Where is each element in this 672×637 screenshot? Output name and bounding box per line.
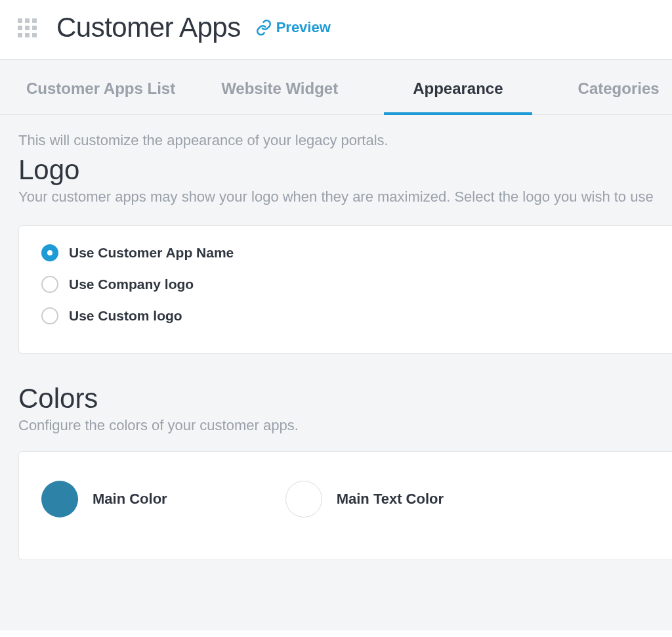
preview-link-label: Preview	[276, 19, 331, 36]
link-icon	[255, 19, 272, 36]
main-text-color-swatch[interactable]	[285, 481, 322, 517]
main-color-swatch[interactable]	[41, 481, 78, 517]
tabs-bar: Customer Apps List Website Widget Appear…	[0, 60, 672, 115]
color-item-main: Main Color	[41, 481, 167, 517]
logo-description: Your customer apps may show your logo wh…	[18, 188, 672, 206]
radio-label: Use Custom logo	[69, 308, 182, 324]
apps-grid-icon[interactable]	[16, 16, 38, 39]
radio-label: Use Customer App Name	[69, 245, 234, 261]
intro-text: This will customize the appearance of yo…	[18, 132, 672, 149]
tab-categories[interactable]: Categories	[578, 60, 660, 115]
page-header: Customer Apps Preview	[0, 0, 672, 59]
logo-options-card: Use Customer App Name Use Company logo U…	[18, 225, 672, 354]
main-text-color-label: Main Text Color	[337, 491, 444, 508]
radio-indicator	[41, 307, 58, 324]
content-area: Customer Apps List Website Widget Appear…	[0, 59, 672, 630]
tab-website-widget[interactable]: Website Widget	[221, 60, 338, 115]
radio-indicator	[41, 244, 58, 261]
colors-card: Main Color Main Text Color	[18, 451, 672, 560]
colors-description: Configure the colors of your customer ap…	[18, 417, 672, 434]
preview-link[interactable]: Preview	[255, 19, 331, 36]
page-title: Customer Apps	[56, 12, 241, 43]
logo-section: This will customize the appearance of yo…	[0, 115, 672, 354]
color-item-text: Main Text Color	[285, 481, 444, 517]
radio-use-customer-app-name[interactable]: Use Customer App Name	[41, 244, 650, 261]
radio-use-company-logo[interactable]: Use Company logo	[41, 276, 650, 293]
tab-customer-apps-list[interactable]: Customer Apps List	[26, 60, 175, 115]
tab-appearance[interactable]: Appearance	[384, 60, 532, 115]
main-color-label: Main Color	[93, 491, 167, 508]
colors-section: Colors Configure the colors of your cust…	[0, 354, 672, 560]
radio-indicator	[41, 276, 58, 293]
radio-use-custom-logo[interactable]: Use Custom logo	[41, 307, 650, 324]
radio-label: Use Company logo	[69, 276, 194, 292]
logo-heading: Logo	[18, 154, 672, 186]
colors-heading: Colors	[18, 383, 672, 414]
